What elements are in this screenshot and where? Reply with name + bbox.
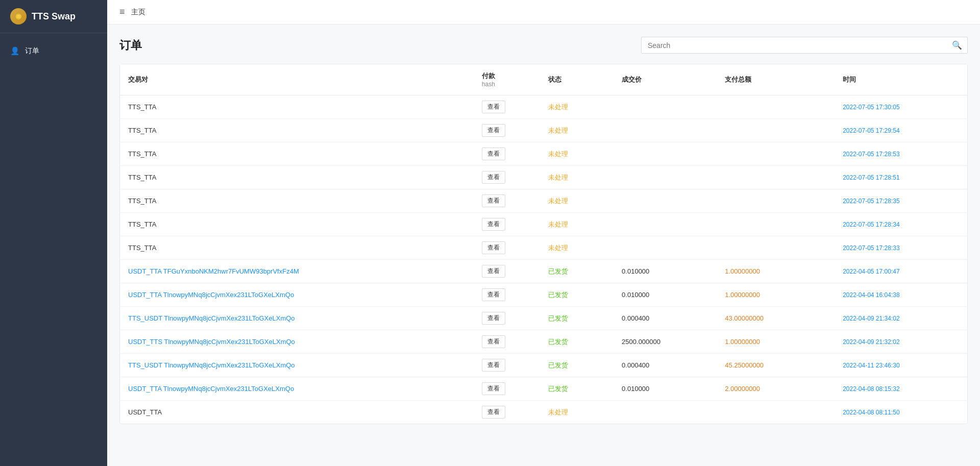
hash-cell: 查看	[474, 330, 540, 354]
status-badge: 已发货	[548, 314, 568, 322]
view-hash-button[interactable]: 查看	[482, 359, 505, 372]
table-row: TTS_USDT TlnowpyMNq8jcCjvmXex231LToGXeLX…	[120, 354, 967, 377]
price-cell: 0.000400	[614, 307, 717, 330]
breadcrumb: 主页	[131, 8, 145, 17]
header: ≡ 主页	[107, 0, 980, 24]
hash-cell: 查看	[474, 377, 540, 401]
status-cell: 未处理	[540, 401, 614, 424]
status-badge: 已发货	[548, 361, 568, 369]
status-cell: 未处理	[540, 166, 614, 189]
sidebar: 🪙 TTS Swap 👤 订单	[0, 0, 107, 466]
table-row: USDT_TTA查看未处理2022-04-08 08:11:50	[120, 401, 967, 424]
view-hash-button[interactable]: 查看	[482, 218, 505, 231]
hash-cell: 查看	[474, 354, 540, 377]
sidebar-nav: 👤 订单	[0, 33, 107, 69]
status-badge: 已发货	[548, 291, 568, 299]
time-cell: 2022-04-05 17:00:47	[835, 260, 967, 283]
price-cell: 0.010000	[614, 377, 717, 401]
time-cell: 2022-07-05 17:30:05	[835, 95, 967, 119]
hash-cell: 查看	[474, 95, 540, 119]
status-cell: 未处理	[540, 119, 614, 142]
time-cell: 2022-07-05 17:28:33	[835, 236, 967, 260]
hash-cell: 查看	[474, 307, 540, 330]
col-header-status: 状态	[540, 64, 614, 95]
trading-pair-cell: USDT_TTA TlnowpyMNq8jcCjvmXex231LToGXeLX…	[120, 283, 474, 307]
hash-cell: 查看	[474, 236, 540, 260]
view-hash-button[interactable]: 查看	[482, 101, 505, 113]
table-row: USDT_TTA TlnowpyMNq8jcCjvmXex231LToGXeLX…	[120, 377, 967, 401]
table-row: USDT_TTA TFGuYxnboNKM2hwr7FvUMW93bprVfxF…	[120, 260, 967, 283]
trading-pair-cell: TTS_TTA	[120, 213, 474, 236]
price-cell	[614, 213, 717, 236]
time-cell: 2022-07-05 17:28:34	[835, 213, 967, 236]
status-cell: 已发货	[540, 260, 614, 283]
table-row: USDT_TTA TlnowpyMNq8jcCjvmXex231LToGXeLX…	[120, 283, 967, 307]
status-badge: 未处理	[548, 103, 568, 111]
status-cell: 未处理	[540, 213, 614, 236]
view-hash-button[interactable]: 查看	[482, 335, 505, 348]
status-cell: 未处理	[540, 142, 614, 166]
view-hash-button[interactable]: 查看	[482, 148, 505, 160]
total-cell	[717, 119, 835, 142]
view-hash-button[interactable]: 查看	[482, 288, 505, 301]
hash-cell: 查看	[474, 260, 540, 283]
hash-cell: 查看	[474, 213, 540, 236]
table-row: TTS_USDT TlnowpyMNq8jcCjvmXex231LToGXeLX…	[120, 307, 967, 330]
view-hash-button[interactable]: 查看	[482, 265, 505, 278]
price-cell: 0.000400	[614, 354, 717, 377]
view-hash-button[interactable]: 查看	[482, 406, 505, 419]
view-hash-button[interactable]: 查看	[482, 382, 505, 395]
total-cell	[717, 142, 835, 166]
trading-pair-cell: TTS_USDT TlnowpyMNq8jcCjvmXex231LToGXeLX…	[120, 307, 474, 330]
status-cell: 已发货	[540, 330, 614, 354]
status-cell: 已发货	[540, 354, 614, 377]
search-input[interactable]	[642, 38, 947, 53]
view-hash-button[interactable]: 查看	[482, 124, 505, 137]
status-badge: 未处理	[548, 174, 568, 181]
table-row: USDT_TTS TlnowpyMNq8jcCjvmXex231LToGXeLX…	[120, 330, 967, 354]
trading-pair-cell: TTS_TTA	[120, 119, 474, 142]
trading-pair-cell: TTS_TTA	[120, 95, 474, 119]
status-cell: 未处理	[540, 189, 614, 213]
hamburger-icon[interactable]: ≡	[119, 7, 125, 17]
trading-pair-link[interactable]: USDT_TTA TFGuYxnboNKM2hwr7FvUMW93bprVfxF…	[128, 267, 299, 275]
price-cell: 2500.000000	[614, 330, 717, 354]
table-row: TTS_TTA查看未处理2022-07-05 17:28:53	[120, 142, 967, 166]
total-cell	[717, 401, 835, 424]
table-body: TTS_TTA查看未处理2022-07-05 17:30:05TTS_TTA查看…	[120, 95, 967, 424]
search-button[interactable]: 🔍	[947, 37, 967, 53]
price-cell	[614, 401, 717, 424]
time-cell: 2022-04-08 08:11:50	[835, 401, 967, 424]
user-icon: 👤	[10, 46, 20, 56]
price-cell	[614, 166, 717, 189]
table-row: TTS_TTA查看未处理2022-07-05 17:28:34	[120, 213, 967, 236]
view-hash-button[interactable]: 查看	[482, 171, 505, 184]
status-badge: 已发货	[548, 385, 568, 393]
table-header-row: 交易对 付款 hash 状态 成交价 支付总额 时间	[120, 64, 967, 95]
trading-pair-link[interactable]: USDT_TTA TlnowpyMNq8jcCjvmXex231LToGXeLX…	[128, 385, 294, 393]
trading-pair-link[interactable]: TTS_USDT TlnowpyMNq8jcCjvmXex231LToGXeLX…	[128, 361, 295, 369]
orders-table-card: 交易对 付款 hash 状态 成交价 支付总额 时间 TTS_TTA查看未处理2…	[119, 64, 968, 424]
hash-cell: 查看	[474, 401, 540, 424]
sidebar-item-orders[interactable]: 👤 订单	[0, 41, 107, 61]
trading-pair-link[interactable]: USDT_TTS TlnowpyMNq8jcCjvmXex231LToGXeLX…	[128, 338, 295, 346]
hash-cell: 查看	[474, 166, 540, 189]
status-badge: 未处理	[548, 127, 568, 134]
col-header-time: 时间	[835, 64, 967, 95]
content-area: 订单 🔍 交易对 付款 hash 状态 成交价 支付总额	[107, 24, 980, 466]
price-cell: 0.010000	[614, 283, 717, 307]
trading-pair-cell: TTS_USDT TlnowpyMNq8jcCjvmXex231LToGXeLX…	[120, 354, 474, 377]
main-area: ≡ 主页 订单 🔍 交易对 付款 hash 状态	[107, 0, 980, 466]
trading-pair-cell: USDT_TTA TFGuYxnboNKM2hwr7FvUMW93bprVfxF…	[120, 260, 474, 283]
view-hash-button[interactable]: 查看	[482, 312, 505, 325]
logo-icon: 🪙	[10, 8, 27, 24]
trading-pair-link[interactable]: USDT_TTA TlnowpyMNq8jcCjvmXex231LToGXeLX…	[128, 291, 294, 299]
trading-pair-link[interactable]: TTS_USDT TlnowpyMNq8jcCjvmXex231LToGXeLX…	[128, 314, 295, 322]
status-cell: 已发货	[540, 377, 614, 401]
trading-pair-cell: TTS_TTA	[120, 236, 474, 260]
time-cell: 2022-07-05 17:29:54	[835, 119, 967, 142]
view-hash-button[interactable]: 查看	[482, 241, 505, 254]
table-row: TTS_TTA查看未处理2022-07-05 17:28:51	[120, 166, 967, 189]
view-hash-button[interactable]: 查看	[482, 194, 505, 207]
total-cell: 1.00000000	[717, 283, 835, 307]
